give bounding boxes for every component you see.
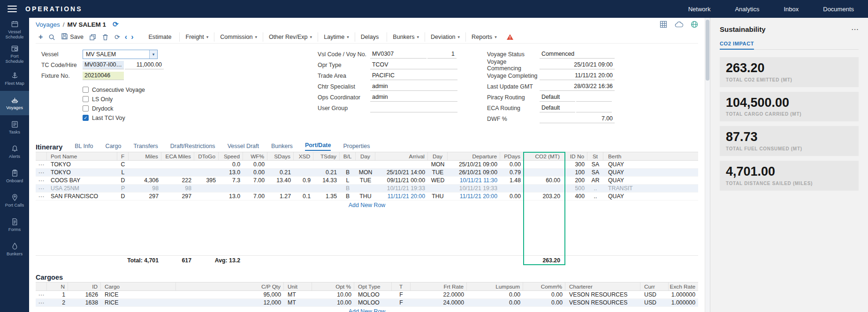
cell-departure[interactable]: 10/11/21 19:33	[448, 185, 500, 192]
cell-st[interactable]: SA	[587, 161, 603, 168]
piracy-routing-field-2[interactable]	[576, 93, 612, 102]
sidebar-item-voyages[interactable]: Voyages	[0, 91, 29, 115]
cell-id-no[interactable]: 500	[565, 185, 587, 192]
grid-view-icon[interactable]	[660, 21, 667, 28]
voyage-status-field[interactable]: Commenced	[540, 50, 615, 59]
cell-arrival-day[interactable]: MON	[356, 169, 375, 176]
cell-eca-miles[interactable]: 98	[161, 185, 194, 192]
trade-area-field[interactable]: PACIFIC	[370, 72, 457, 80]
cell-dtogo[interactable]: 395	[194, 177, 219, 184]
row-menu-icon[interactable]: ⋯	[36, 177, 47, 184]
cell-pdays[interactable]: 0.00	[500, 193, 524, 200]
cell-tsday[interactable]: 1.35	[313, 193, 340, 200]
top-nav-item[interactable]: Documents	[823, 6, 854, 13]
cell-port-name[interactable]: TOKYO	[47, 169, 117, 176]
cell-eca-miles[interactable]: 222	[161, 177, 194, 184]
itinerary-tab[interactable]: Port/Date	[305, 142, 331, 151]
cell-id-no[interactable]: 100	[565, 169, 587, 176]
cell-co2[interactable]: 203.20	[524, 193, 565, 200]
cell-lumpsum[interactable]: 0.00	[467, 299, 523, 306]
toolbar-menu-item[interactable]: Deviation ▾	[425, 32, 465, 42]
cell-st[interactable]: SA	[587, 169, 603, 176]
sidebar-item-port-schedule[interactable]: Port Schedule	[0, 42, 29, 67]
sync-icon[interactable]: ⟳	[112, 32, 123, 42]
row-menu-icon[interactable]: ⋯	[36, 161, 47, 168]
cell-eca-miles[interactable]: 297	[161, 193, 194, 200]
row-menu-icon[interactable]: ⋯	[36, 185, 47, 192]
cell-arrival[interactable]: 10/11/21 19:33	[375, 185, 428, 192]
more-options-icon[interactable]: ⋯	[851, 27, 859, 32]
sidebar-item-alerts[interactable]: Alerts	[0, 140, 29, 164]
cell-cp-qty[interactable]: 12,000	[176, 299, 284, 306]
cell-arrival[interactable]: 11/11/21 20:00	[375, 193, 428, 200]
cell-n[interactable]: 1	[47, 291, 68, 298]
add-new-row-link[interactable]: Add New Row	[349, 202, 386, 208]
toolbar-menu-item[interactable]: Delays	[355, 32, 387, 42]
cell-function[interactable]: P	[117, 185, 129, 192]
cell-opt-pct[interactable]: 10.00	[312, 299, 354, 306]
cell-departure[interactable]: 25/10/21 09:00	[448, 161, 500, 168]
checkbox-ls-only[interactable]: LS Only	[83, 95, 168, 104]
eca-routing-field[interactable]: Default	[540, 104, 575, 112]
ops-coordinator-field[interactable]: admin	[370, 93, 457, 102]
cell-departure[interactable]: 26/10/21 09:00	[448, 169, 500, 176]
top-nav-item[interactable]: Network	[688, 6, 711, 13]
save-button[interactable]: Save	[58, 32, 86, 43]
row-menu-icon[interactable]: ⋯	[36, 299, 47, 306]
cell-bl[interactable]: L	[340, 177, 356, 184]
sidebar-item-vessel-schedule[interactable]: Vessel Schedule	[0, 18, 29, 42]
itinerary-row[interactable]: ⋯ TOKYO C 0.0 0.00 MON	[36, 161, 698, 169]
search-icon[interactable]	[46, 33, 58, 42]
cell-function[interactable]: C	[117, 161, 129, 168]
toolbar-menu-item[interactable]: Laytime ▾	[318, 32, 355, 42]
cell-departure-day[interactable]: TUE	[428, 169, 448, 176]
cell-sdays[interactable]: 0.21	[267, 169, 294, 176]
sidebar-item-fleet-map[interactable]: Fleet Map	[0, 67, 29, 91]
dwf-field[interactable]: 7.00	[540, 115, 615, 123]
cell-tsday[interactable]: 14.33	[313, 177, 340, 184]
cell-exch-rate[interactable]: 1.000000	[669, 291, 698, 298]
next-voyage-icon[interactable]: ›	[129, 33, 135, 41]
cell-unit[interactable]: MT	[284, 299, 312, 306]
cell-st[interactable]: AR	[587, 177, 603, 184]
cell-sdays[interactable]: 1.27	[267, 193, 294, 200]
cell-miles[interactable]: 4,306	[129, 177, 161, 184]
cell-speed[interactable]: 7.3	[219, 177, 243, 184]
cell-speed[interactable]: 0.0	[219, 161, 243, 168]
cell-st[interactable]: ..	[587, 193, 603, 200]
itinerary-tab[interactable]: Properties	[343, 143, 370, 151]
cell-frt-rate[interactable]: 22.0000	[411, 291, 467, 298]
cell-xsd[interactable]: 0.9	[294, 177, 313, 184]
itinerary-row[interactable]: ⋯ SAN FRANCISCO D 297 297 13.0 7.00 1.27…	[36, 193, 698, 201]
cell-pdays[interactable]: 0.79	[500, 169, 524, 176]
sidebar-item-tasks[interactable]: Tasks	[0, 115, 29, 140]
cell-pdays[interactable]: 1.48	[500, 177, 524, 184]
checkbox-last-tci-voy[interactable]: ✓ Last TCI Voy	[83, 113, 168, 122]
cell-id[interactable]: 1626	[68, 291, 101, 298]
toolbar-menu-item[interactable]: Freight ▾	[179, 32, 214, 42]
cell-wf[interactable]: 7.00	[243, 177, 267, 184]
cell-arrival[interactable]: 25/10/21 14:00	[375, 169, 428, 176]
cell-curr[interactable]: USD	[640, 291, 669, 298]
cell-departure-day[interactable]: THU	[428, 193, 448, 200]
cell-tsday[interactable]: 0.21	[313, 169, 340, 176]
chtr-specialist-field[interactable]: admin	[370, 82, 457, 91]
cell-departure-day[interactable]: MON	[428, 161, 448, 168]
add-new-row-link[interactable]: Add New Row	[349, 308, 386, 312]
last-update-gmt-field[interactable]: 28/03/22 16:36	[540, 82, 615, 91]
toolbar-menu-item[interactable]: Bunkers ▾	[387, 32, 425, 42]
cell-co2[interactable]: 60.00	[524, 177, 565, 184]
previous-voyage-icon[interactable]: ‹	[123, 33, 129, 41]
cell-function[interactable]: D	[117, 193, 129, 200]
cell-wf[interactable]: 0.00	[243, 161, 267, 168]
tc-code-field[interactable]: MV0307-I00…	[83, 61, 124, 69]
top-nav-item[interactable]: Inbox	[784, 6, 799, 13]
cell-comm-pct[interactable]: 0.00	[523, 291, 565, 298]
cloud-sync-icon[interactable]	[675, 21, 683, 28]
cell-speed[interactable]: 13.0	[219, 169, 243, 176]
cell-miles[interactable]: 98	[129, 185, 161, 192]
tab-co2-impact[interactable]: CO2 IMPACT	[720, 41, 754, 50]
cell-t[interactable]: F	[392, 299, 411, 306]
cell-xsd[interactable]: 0.1	[294, 193, 313, 200]
cell-id-no[interactable]: 300	[565, 161, 587, 168]
